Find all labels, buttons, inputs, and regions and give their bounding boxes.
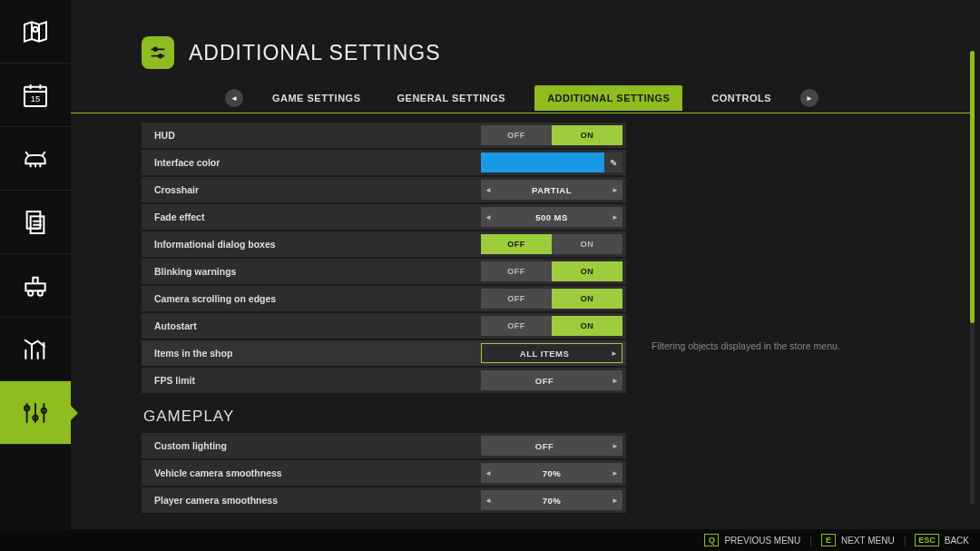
- chevron-right-icon[interactable]: ►: [607, 349, 622, 358]
- svg-text:15: 15: [31, 93, 40, 103]
- toggle-on[interactable]: ON: [552, 316, 622, 336]
- toggle-off[interactable]: OFF: [481, 289, 552, 309]
- svg-point-11: [153, 48, 157, 52]
- chevron-right-icon[interactable]: ►: [608, 377, 622, 385]
- scrollbar-thumb[interactable]: [970, 51, 975, 323]
- tabs-next-arrow[interactable]: ►: [800, 89, 818, 107]
- setting-row-autostart: Autostart OFF ON: [142, 313, 626, 339]
- selector-value: PARTIAL: [495, 180, 608, 200]
- setting-row-info-dialogs: Informational dialog boxes OFF ON: [142, 231, 626, 257]
- key-e: E: [821, 534, 836, 546]
- toggle-on[interactable]: ON: [552, 289, 622, 309]
- sidebar-item-settings[interactable]: [0, 381, 71, 445]
- selector-value: 70%: [495, 490, 608, 510]
- toggle-off[interactable]: OFF: [481, 316, 552, 336]
- toggle-off[interactable]: OFF: [481, 125, 552, 145]
- items-in-shop-dropdown[interactable]: ALL ITEMS ►: [481, 343, 622, 363]
- fade-selector[interactable]: ◄ 500 MS ►: [481, 207, 622, 227]
- toggle-on[interactable]: ON: [552, 261, 622, 281]
- interface-color-control[interactable]: ✎: [481, 153, 622, 172]
- setting-row-blinking-warnings: Blinking warnings OFF ON: [142, 259, 626, 284]
- setting-row-hud: HUD OFF ON: [142, 123, 626, 148]
- header-icon-badge: [142, 36, 174, 69]
- chevron-right-icon[interactable]: ►: [608, 207, 622, 227]
- toggle-on[interactable]: ON: [552, 234, 622, 254]
- chevron-right-icon[interactable]: ►: [608, 442, 622, 450]
- player-cam-selector[interactable]: ◄ 70% ►: [481, 490, 622, 510]
- setting-label: Camera scrolling on edges: [142, 293, 414, 304]
- dropdown-value: OFF: [481, 441, 608, 451]
- tabs-prev-arrow[interactable]: ◄: [225, 89, 243, 107]
- info-dialogs-toggle[interactable]: OFF ON: [481, 234, 622, 254]
- sidebar-item-animals[interactable]: [0, 127, 71, 191]
- tab-game-settings[interactable]: GAME SETTINGS: [265, 85, 368, 111]
- header: ADDITIONAL SETTINGS: [71, 0, 973, 85]
- chevron-right-icon[interactable]: ►: [608, 463, 622, 483]
- custom-lighting-dropdown[interactable]: OFF ►: [481, 436, 622, 456]
- footer-prev-label[interactable]: PREVIOUS MENU: [724, 536, 800, 546]
- setting-label: Interface color: [142, 157, 414, 168]
- setting-row-crosshair: Crosshair ◄ PARTIAL ►: [142, 177, 626, 202]
- map-icon: [21, 17, 50, 46]
- setting-label: Blinking warnings: [142, 266, 414, 277]
- setting-row-player-cam-smooth: Player camera smoothness ◄ 70% ►: [142, 487, 626, 513]
- chevron-right-icon[interactable]: ►: [608, 490, 622, 510]
- dropdown-value: ALL ITEMS: [482, 349, 607, 359]
- vehicle-cam-selector[interactable]: ◄ 70% ►: [481, 463, 622, 483]
- toggle-off[interactable]: OFF: [481, 261, 552, 281]
- dropdown-value: OFF: [481, 376, 608, 386]
- settings-list: HUD OFF ON Interface color ✎ Crosshair ◄…: [142, 123, 626, 515]
- setting-label: Fade effect: [142, 212, 414, 222]
- tab-general-settings[interactable]: GENERAL SETTINGS: [389, 85, 513, 111]
- chevron-left-icon[interactable]: ◄: [481, 207, 495, 227]
- setting-label: Vehicle camera smoothness: [142, 467, 414, 478]
- section-title-gameplay: GAMEPLAY: [142, 395, 626, 433]
- setting-label: Player camera smoothness: [142, 495, 414, 506]
- footer-next-label[interactable]: NEXT MENU: [841, 536, 895, 546]
- eyedropper-icon[interactable]: ✎: [604, 153, 622, 172]
- sliders-icon: [21, 398, 50, 428]
- toggle-off[interactable]: OFF: [481, 234, 552, 254]
- chevron-right-icon[interactable]: ►: [608, 180, 622, 200]
- svg-rect-5: [25, 283, 44, 290]
- main-panel: ADDITIONAL SETTINGS ◄ GAME SETTINGS GENE…: [71, 0, 973, 526]
- page-title: ADDITIONAL SETTINGS: [189, 41, 441, 65]
- sidebar-item-map[interactable]: [0, 0, 71, 64]
- tabs: ◄ GAME SETTINGS GENERAL SETTINGS ADDITIO…: [71, 85, 973, 113]
- camera-scroll-toggle[interactable]: OFF ON: [481, 289, 622, 309]
- chevron-left-icon[interactable]: ◄: [481, 180, 495, 200]
- sidebar: 15: [0, 0, 71, 551]
- key-esc: ESC: [915, 534, 939, 546]
- setting-row-camera-scroll: Camera scrolling on edges OFF ON: [142, 286, 626, 311]
- sidebar-item-stats[interactable]: [0, 318, 71, 381]
- blinking-warnings-toggle[interactable]: OFF ON: [481, 261, 622, 281]
- tab-controls[interactable]: CONTROLS: [704, 85, 779, 111]
- setting-label: HUD: [142, 130, 414, 141]
- autostart-toggle[interactable]: OFF ON: [481, 316, 622, 336]
- svg-point-0: [33, 26, 37, 31]
- sliders-icon: [148, 43, 168, 63]
- setting-label: Informational dialog boxes: [142, 239, 414, 250]
- sidebar-item-calendar[interactable]: 15: [0, 64, 71, 127]
- tab-additional-settings[interactable]: ADDITIONAL SETTINGS: [534, 85, 682, 111]
- footer-back-label[interactable]: BACK: [945, 536, 969, 546]
- sidebar-item-documents[interactable]: [0, 191, 71, 254]
- chevron-left-icon[interactable]: ◄: [481, 490, 495, 510]
- hud-toggle[interactable]: OFF ON: [481, 125, 622, 145]
- svg-rect-3: [27, 212, 41, 229]
- footer: Q PREVIOUS MENU | E NEXT MENU | ESC BACK: [0, 529, 980, 551]
- crosshair-selector[interactable]: ◄ PARTIAL ►: [481, 180, 622, 200]
- cow-icon: [21, 144, 50, 173]
- setting-label: Custom lighting: [142, 440, 414, 451]
- color-swatch[interactable]: [481, 153, 604, 172]
- scrollbar[interactable]: [970, 51, 975, 505]
- sidebar-item-machinery[interactable]: [0, 254, 71, 318]
- setting-row-interface-color: Interface color ✎: [142, 150, 626, 175]
- setting-label: FPS limit: [142, 375, 414, 386]
- svg-point-12: [159, 54, 162, 58]
- toggle-on[interactable]: ON: [552, 125, 622, 145]
- setting-row-items-in-shop: Items in the shop ALL ITEMS ►: [142, 340, 626, 366]
- svg-point-7: [38, 290, 43, 295]
- fps-limit-dropdown[interactable]: OFF ►: [481, 370, 622, 390]
- chevron-left-icon[interactable]: ◄: [481, 463, 495, 483]
